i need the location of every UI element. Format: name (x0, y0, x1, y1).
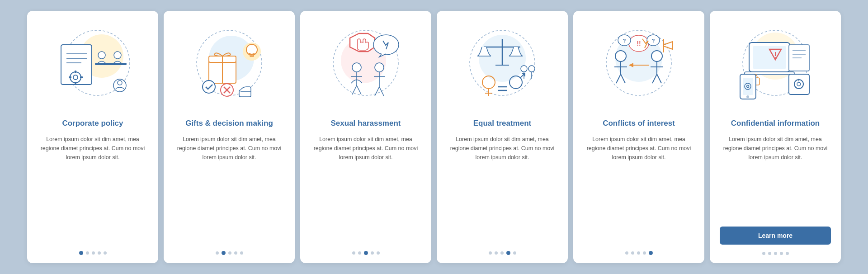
dot-3[interactable] (92, 251, 95, 255)
dot-2[interactable] (495, 251, 498, 255)
svg-text:!!: !! (637, 40, 641, 47)
dot-1[interactable] (489, 251, 492, 255)
card-gifts-decision: Gifts & decision making Lorem ipsum dolo… (164, 11, 295, 263)
illustration-harassment (321, 20, 411, 110)
card-dots-conflicts (625, 251, 653, 255)
svg-rect-11 (69, 76, 71, 78)
svg-text:?: ? (623, 38, 626, 43)
dot-3[interactable] (228, 251, 231, 255)
dot-1[interactable] (625, 251, 628, 255)
card-title-conflicts: Conflicts of interest (603, 118, 675, 128)
illustration-corporate-policy (47, 20, 138, 110)
card-text-corporate-policy: Lorem ipsum dolor sit dim amet, mea regi… (37, 135, 148, 244)
card-title-equal: Equal treatment (473, 118, 531, 128)
card-dots-confidential (762, 252, 789, 255)
card-equal-treatment: Equal treatment Lorem ipsum dolor sit di… (437, 11, 568, 263)
card-sexual-harassment: Sexual harassment Lorem ipsum dolor sit … (300, 11, 431, 263)
cards-container: Corporate policy Lorem ipsum dolor sit d… (0, 0, 868, 274)
card-corporate-policy: Corporate policy Lorem ipsum dolor sit d… (27, 11, 158, 263)
dot-4[interactable] (234, 251, 237, 255)
svg-point-23 (246, 44, 257, 55)
svg-point-89 (775, 57, 776, 59)
dot-4[interactable] (643, 251, 646, 255)
illustration-equal (457, 20, 547, 110)
card-confidential: Confidential information Lorem ipsum dol… (710, 11, 841, 263)
svg-marker-81 (664, 42, 673, 49)
svg-point-50 (482, 76, 495, 89)
svg-point-34 (352, 63, 361, 72)
dot-3[interactable] (637, 251, 640, 255)
svg-line-38 (357, 85, 361, 94)
illustration-confidential (730, 20, 821, 110)
card-dots-corporate-policy (79, 251, 107, 255)
svg-line-66 (616, 74, 621, 83)
dot-2[interactable] (631, 251, 634, 255)
card-title-harassment: Sexual harassment (331, 118, 401, 128)
svg-point-7 (73, 75, 78, 80)
illustration-gifts (184, 20, 274, 110)
dot-2[interactable] (768, 252, 771, 255)
svg-rect-95 (789, 74, 809, 94)
card-dots-harassment (352, 251, 380, 255)
dot-4[interactable] (98, 251, 101, 255)
illustration-conflicts: !! ? ? (594, 20, 684, 110)
svg-point-104 (746, 95, 749, 98)
svg-point-25 (203, 80, 215, 93)
svg-point-59 (528, 66, 535, 72)
svg-rect-9 (75, 82, 76, 85)
card-dots-equal (489, 251, 516, 255)
svg-line-43 (379, 87, 384, 96)
dot-5[interactable] (104, 251, 107, 255)
dot-4[interactable] (506, 251, 510, 255)
dot-4[interactable] (780, 252, 783, 255)
dot-3[interactable] (774, 252, 777, 255)
svg-point-55 (509, 76, 522, 89)
svg-point-14 (114, 52, 121, 59)
dot-1[interactable] (216, 251, 219, 255)
svg-point-68 (651, 51, 662, 61)
svg-point-39 (375, 63, 384, 72)
dot-5[interactable] (786, 252, 789, 255)
dot-1[interactable] (352, 251, 355, 255)
card-title-gifts: Gifts & decision making (185, 118, 273, 128)
card-title-confidential: Confidential information (731, 118, 820, 128)
card-title-corporate-policy: Corporate policy (62, 118, 123, 128)
svg-line-72 (657, 74, 661, 83)
svg-text:?: ? (652, 38, 655, 43)
svg-rect-12 (95, 63, 127, 65)
card-text-equal: Lorem ipsum dolor sit dim amet, mea regi… (447, 135, 558, 244)
learn-more-button[interactable]: Learn more (720, 227, 831, 245)
dot-5[interactable] (377, 251, 380, 255)
svg-line-42 (375, 87, 379, 96)
dot-3[interactable] (364, 251, 368, 255)
svg-point-15 (113, 79, 126, 92)
card-text-harassment: Lorem ipsum dolor sit dim amet, mea regi… (310, 135, 421, 244)
card-text-conflicts: Lorem ipsum dolor sit dim amet, mea regi… (583, 135, 694, 244)
card-conflicts: !! ? ? Conflicts of interest Lorem ipsum… (573, 11, 704, 263)
dot-1[interactable] (79, 251, 83, 255)
card-text-gifts: Lorem ipsum dolor sit dim amet, mea regi… (174, 135, 285, 244)
card-text-confidential: Lorem ipsum dolor sit dim amet, mea regi… (720, 135, 831, 220)
dot-2[interactable] (222, 251, 226, 255)
dot-5[interactable] (240, 251, 243, 255)
svg-point-13 (98, 52, 105, 59)
dot-3[interactable] (500, 251, 504, 255)
dot-2[interactable] (358, 251, 361, 255)
svg-rect-8 (75, 71, 76, 73)
dot-5[interactable] (513, 251, 516, 255)
dot-5[interactable] (649, 251, 653, 255)
svg-point-57 (521, 66, 527, 72)
svg-point-63 (615, 51, 626, 61)
dot-1[interactable] (762, 252, 765, 255)
svg-rect-10 (80, 76, 83, 78)
dot-2[interactable] (86, 251, 89, 255)
dot-4[interactable] (371, 251, 374, 255)
card-dots-gifts (216, 251, 243, 255)
